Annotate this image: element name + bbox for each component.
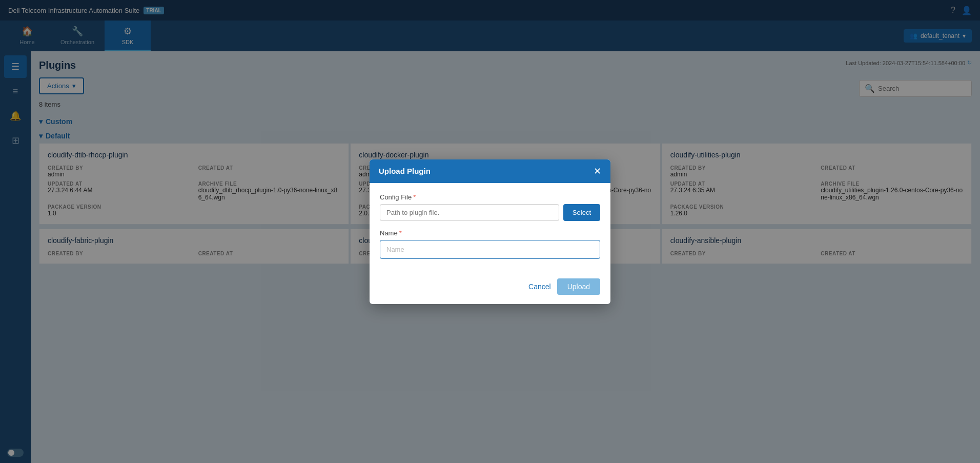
name-label: Name *: [380, 229, 600, 237]
config-file-label: Config File *: [380, 193, 600, 201]
upload-button[interactable]: Upload: [557, 278, 600, 295]
upload-plugin-modal: Upload Plugin ✕ Config File * Select Nam…: [370, 159, 610, 304]
name-field: Name *: [380, 229, 600, 259]
cancel-button[interactable]: Cancel: [528, 278, 551, 295]
name-input[interactable]: [380, 240, 600, 259]
modal-title: Upload Plugin: [379, 167, 431, 175]
select-button[interactable]: Select: [563, 204, 600, 221]
modal-footer: Cancel Upload: [370, 272, 610, 304]
config-file-required: *: [413, 193, 416, 201]
name-required: *: [399, 229, 402, 237]
file-input-row: Select: [380, 204, 600, 221]
modal-close-button[interactable]: ✕: [594, 167, 601, 176]
file-path-input[interactable]: [380, 204, 559, 221]
modal-body: Config File * Select Name *: [370, 183, 610, 272]
modal-header: Upload Plugin ✕: [370, 159, 610, 183]
modal-overlay: Upload Plugin ✕ Config File * Select Nam…: [0, 0, 980, 463]
config-file-field: Config File * Select: [380, 193, 600, 221]
